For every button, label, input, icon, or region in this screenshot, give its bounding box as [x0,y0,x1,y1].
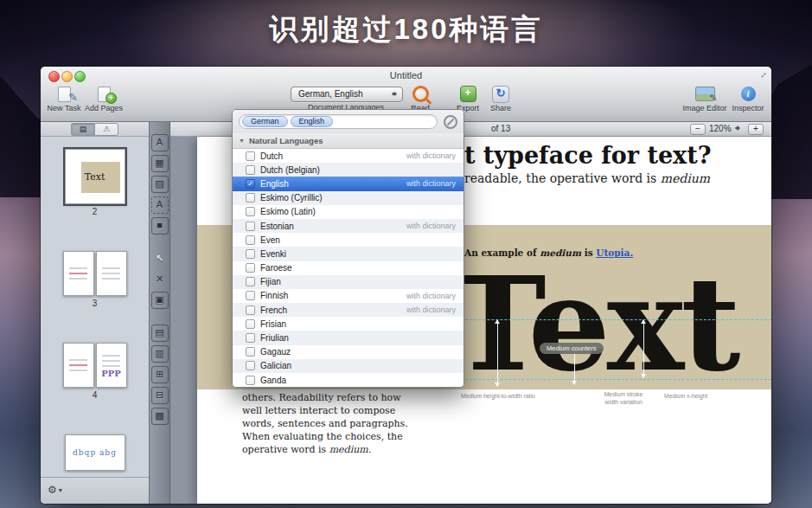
language-name: Dutch [260,151,406,161]
language-checkbox[interactable] [246,207,255,216]
language-name: French [260,305,406,315]
page-thumbnail-pos4[interactable]: dbqp abg [41,434,149,471]
action-menu-button[interactable]: ⚙▾ [48,484,62,496]
language-checkbox[interactable]: ✓ [246,179,255,189]
disclosure-triangle-icon[interactable]: ▼ [239,138,245,144]
language-checkbox[interactable] [246,263,255,273]
language-row-friulian[interactable]: Friulian [233,331,464,344]
language-name: Finnish [260,291,406,300]
new-task-button[interactable]: ✎ New Task [46,84,82,113]
figure-big-text: Text [450,254,738,389]
minimize-button[interactable] [61,71,73,82]
language-checkbox[interactable] [246,347,255,357]
draw-table-area-icon[interactable]: ▦ [151,155,169,172]
document-languages-dropdown[interactable]: German, English [291,87,403,102]
language-row-eskimo-latin[interactable]: Eskimo (Latin) [233,205,464,219]
inspector-button[interactable]: i Inspector [728,84,768,113]
close-button[interactable] [48,71,60,82]
page-thumbnail-3[interactable]: 3 [41,251,149,308]
language-row-french[interactable]: Frenchwith dictionary [233,303,464,317]
language-checkbox[interactable] [246,277,255,286]
language-name: Friulian [260,333,456,343]
share-label: Share [483,104,518,113]
language-checkbox[interactable] [246,165,255,175]
share-button[interactable]: ↻ Share [483,84,518,113]
draw-background-area-icon[interactable]: ■ [151,217,169,235]
language-row-fijian[interactable]: Fijian [233,275,464,289]
language-name: Ganda [260,376,456,385]
section-title: Natural Languages [249,136,323,145]
language-row-even[interactable]: Even [233,233,464,247]
draw-text-area-icon[interactable]: A [151,134,169,151]
select-tool-icon[interactable]: ↖ [151,250,169,267]
dictionary-label: with dictionary [406,292,456,300]
zoom-out-button[interactable]: − [690,124,706,135]
language-checkbox[interactable] [246,361,255,370]
annotation-stroke: Medium stroke width variation [597,391,650,407]
language-checkbox[interactable] [246,249,255,259]
desktop: 识别超过180种语言 Untitled ↕ ✎ New Task + Add P… [0,0,812,508]
page-thumbnail-2[interactable]: Text2 [41,149,149,216]
analyze-layout-icon[interactable]: ▩ [151,408,169,425]
language-checkbox[interactable] [246,333,255,343]
language-token-english[interactable]: English [291,116,334,127]
document-heading: t typeface for text? [464,142,712,169]
xheight-arrow [643,320,644,377]
language-name: Fijian [260,277,456,286]
zoom-level[interactable]: 120% [709,124,741,133]
draw-recognition-area-icon[interactable]: A [151,196,169,214]
language-row-evenki[interactable]: Evenki [233,247,464,260]
language-row-english[interactable]: ✓Englishwith dictionary [233,177,464,190]
language-row-gagauz[interactable]: Gagauz [233,345,464,359]
errors-tab[interactable]: ⚠ [94,123,118,136]
language-row-estonian[interactable]: Estonianwith dictionary [233,219,464,233]
clear-button[interactable] [444,115,457,129]
language-row-frisian[interactable]: Frisian [233,317,464,331]
language-row-dutch-belgian[interactable]: Dutch (Belgian) [233,163,464,177]
delete-area-icon[interactable]: ✕ [151,271,169,288]
page-count-label: of 13 [491,124,510,133]
plus-badge-icon: + [105,93,117,104]
maximize-button[interactable] [74,71,86,82]
language-name: Estonian [260,222,406,231]
pencil-icon: ✎ [68,91,78,104]
merge-cells-icon[interactable]: ⊟ [151,387,169,404]
language-checkbox[interactable] [246,222,255,231]
page-thumbnail-4[interactable]: PPP4 [41,343,149,400]
magnifier-icon [412,86,429,102]
pages-tab-icon: ▤ [80,125,87,133]
add-pages-button[interactable]: + Add Pages [84,84,124,113]
language-token-field[interactable]: German English [239,114,438,129]
add-table-row-icon[interactable]: ▤ [151,325,169,342]
language-checkbox[interactable] [246,376,255,385]
language-checkbox[interactable] [246,305,255,315]
split-cells-icon[interactable]: ⊞ [151,366,169,383]
language-token-german[interactable]: German [242,116,288,127]
language-row-galician[interactable]: Galician [233,359,464,373]
language-checkbox[interactable] [246,291,255,300]
thumbnail-page-right [96,251,127,296]
copy-area-icon[interactable]: ▣ [151,292,169,309]
language-name: Even [260,235,456,245]
language-checkbox[interactable] [246,235,255,245]
language-name: Dutch (Belgian) [260,165,456,175]
language-row-finnish[interactable]: Finnishwith dictionary [233,289,464,303]
draw-picture-area-icon[interactable]: ▨ [151,176,169,193]
language-checkbox[interactable] [246,319,255,329]
section-header: ▼ Natural Languages [233,133,464,149]
language-row-eskimo-cyrillic[interactable]: Eskimo (Cyrillic) [233,191,464,205]
page-number: 4 [41,390,149,400]
language-row-faroese[interactable]: Faroese [233,261,464,275]
language-row-ganda[interactable]: Ganda [233,373,464,387]
pages-tab[interactable]: ▤ [71,123,94,136]
zoom-in-button[interactable]: + [748,124,764,135]
new-task-label: New Task [46,104,82,113]
language-name: English [260,179,406,189]
add-table-column-icon[interactable]: ▥ [151,345,169,363]
language-checkbox[interactable] [246,193,255,203]
language-row-dutch[interactable]: Dutchwith dictionary [233,149,464,163]
image-editor-label: Image Editor [678,104,732,113]
image-editor-button[interactable]: ✎ Image Editor [678,84,732,113]
language-checkbox[interactable] [246,151,255,161]
sidebar: ▤ ⚠ Text23PPP4dbqp abg ⚙▾ [41,122,149,504]
